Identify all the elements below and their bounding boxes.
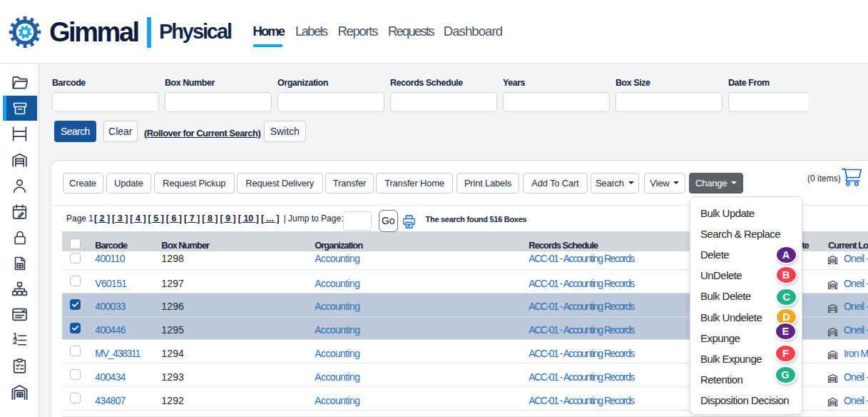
svg-text:2: 2 (13, 337, 17, 345)
